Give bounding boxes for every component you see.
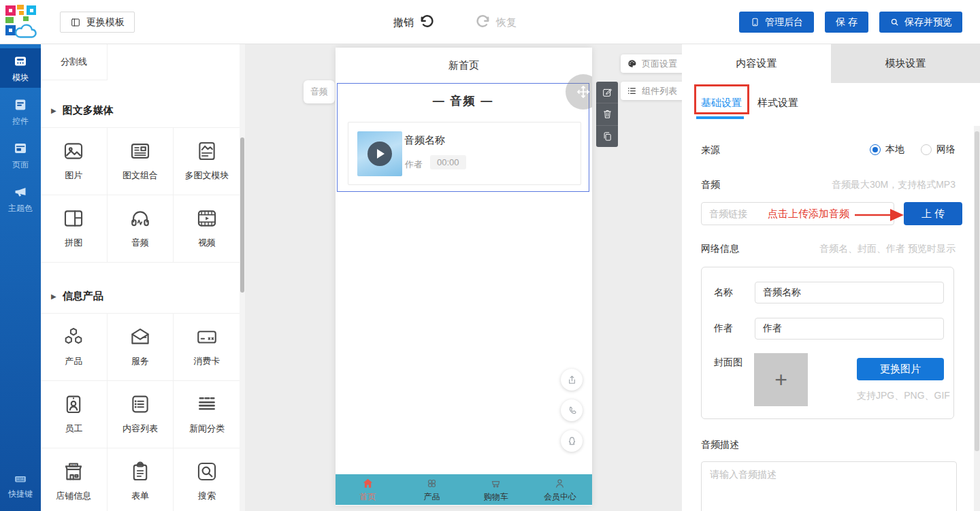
sidebar-item-page[interactable]: 页面 [0,135,41,175]
tabbar-item-label: 首页 [359,491,376,503]
tabbar-item[interactable]: 产品 [399,474,463,505]
search-icon [195,460,218,483]
inspector-scrollbar-thumb[interactable] [975,131,979,451]
cover-upload-box[interactable]: + [754,353,808,406]
module-toolbar [596,82,618,147]
section-header[interactable]: ▶ 图文多媒体 [41,103,240,117]
member-icon [553,477,566,490]
author-label: 作者 [714,323,733,335]
phone-fab-button[interactable] [561,399,583,421]
component-list-button[interactable]: 组件列表 [621,82,689,100]
delete-module-button[interactable] [596,103,618,125]
component-section: ▶ 信息产品 产品服务消费卡员工内容列表新闻分类SHOP店铺信息表单搜索 [41,289,240,511]
source-label: 来源 [701,144,720,156]
component-item[interactable]: 表单 [108,448,174,511]
undo-button[interactable]: 撤销 [393,12,435,33]
undo-label: 撤销 [393,16,414,29]
component-item[interactable]: 内容列表 [108,381,174,448]
inspector-subtab[interactable]: 样式设置 [757,97,798,110]
sidebar-item-widget[interactable]: 控件 [0,92,41,131]
audio-author-input[interactable] [755,318,944,340]
tabbar-item[interactable]: 首页 [336,474,399,505]
component-item[interactable]: 图文组合 [108,128,174,195]
change-template-button[interactable]: 更换模板 [60,12,135,33]
duplicate-module-button[interactable] [596,126,618,147]
trash-icon [602,108,613,120]
palette-icon [627,59,637,69]
radio-icon [870,144,881,155]
multi-image-text-icon [195,139,218,163]
admin-backend-label: 管理后台 [765,16,803,29]
audio-name-input[interactable] [755,282,944,303]
tabbar-item[interactable]: 购物车 [464,474,528,505]
play-icon [368,142,392,166]
save-preview-button[interactable]: 保存并预览 [879,12,962,33]
inspector-subtabs: 基础设置样式设置 [701,97,798,110]
component-item[interactable]: 视频 [174,195,240,263]
edit-module-button[interactable] [596,82,618,103]
phone-tabbar: 首页产品购物车会员中心 [336,474,592,505]
component-item-label: 图片 [65,169,82,182]
inspector-tab[interactable]: 内容设置 [682,44,831,83]
section-header[interactable]: ▶ 信息产品 [41,289,240,303]
audio-module[interactable]: — 音频 — 音频名称 作者 00:00 [337,83,589,192]
component-item-label: 分割线 [61,56,87,68]
share-fab-button[interactable] [561,369,583,391]
save-label: 保 存 [836,16,858,29]
inspector-tabs: 内容设置模块设置 [682,44,980,83]
component-item[interactable]: 音频 [108,195,174,263]
editor-page: 更换模板 撤销 恢复 管理后台 保 存 保存并预览 模块控件页面主题色 快捷键 [0,0,980,511]
phone-preview: 新首页 — 音频 — 音频名称 作者 00:00 首页产品购物车会员中心 [336,48,592,506]
component-item[interactable]: 搜索 [174,448,240,511]
save-preview-label: 保存并预览 [904,16,952,29]
change-template-label: 更换模板 [86,16,125,29]
change-image-button[interactable]: 更换图片 [857,358,944,380]
module-icon [12,53,29,69]
cover-label: 封面图 [714,357,742,369]
inspector-subtab[interactable]: 基础设置 [701,97,742,110]
module-name-chip: 音频 [304,80,335,103]
theme-icon [12,184,29,200]
logo-cyan-block [27,5,36,15]
upload-button[interactable]: 上 传 [904,202,962,225]
source-radio-option[interactable]: 网络 [921,144,956,156]
section-arrow-icon: ▶ [51,107,56,114]
inspector-tab[interactable]: 模块设置 [831,44,980,83]
component-item[interactable]: 图片 [41,128,108,195]
component-item[interactable]: 产品 [41,314,108,381]
audio-link-input[interactable] [701,202,894,225]
component-item[interactable]: 多图文模块 [174,128,240,195]
page-settings-button[interactable]: 页面设置 [621,54,689,73]
sidebar-item-label: 模块 [12,72,29,84]
component-item[interactable]: SHOP店铺信息 [41,448,108,511]
panel-scrollbar-thumb[interactable] [240,137,244,293]
source-options: 本地网络 [870,144,956,156]
component-item[interactable]: 消费卡 [174,314,240,381]
tabbar-item[interactable]: 会员中心 [528,474,592,505]
component-grid: 产品服务消费卡员工内容列表新闻分类SHOP店铺信息表单搜索 [41,313,240,511]
qq-fab-button[interactable] [561,430,583,452]
component-item[interactable]: 员工 [41,381,108,448]
sidebar-item-module[interactable]: 模块 [0,48,41,88]
admin-backend-button[interactable]: 管理后台 [739,12,814,33]
component-item-label: 图文组合 [122,169,158,182]
product-grid-icon [425,477,438,490]
component-item[interactable]: 服务 [108,314,174,381]
sidebar-item-theme[interactable]: 主题色 [0,179,41,218]
sidebar-item-hotkeys[interactable]: 快捷键 [0,472,41,500]
logo-green-block2 [23,16,29,21]
component-item-divider[interactable]: 分割线 [41,44,108,80]
component-item[interactable]: 拼图 [41,195,108,263]
component-item[interactable]: 新闻分类 [174,381,240,448]
edit-icon [602,86,613,98]
redo-button[interactable]: 恢复 [475,12,517,33]
save-button[interactable]: 保 存 [825,12,868,33]
app-logo[interactable] [5,4,41,41]
audio-hint: 音频最大30M，支持格式MP3 [832,179,956,191]
source-radio-option[interactable]: 本地 [870,144,904,156]
component-item-label: 产品 [65,355,82,367]
component-section: ▶ 图文多媒体 图片图文组合多图文模块拼图音频视频 [41,103,240,263]
audio-description-textarea[interactable] [701,461,957,511]
component-item-label: 搜索 [198,490,216,502]
image-formats-hint: 支持JPG、PNG、GIF [857,390,950,402]
